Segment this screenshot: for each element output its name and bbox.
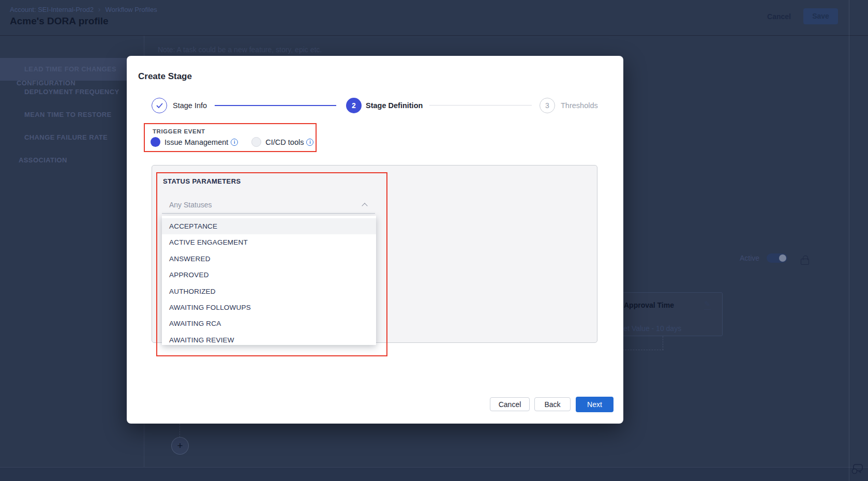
step-1-label: Stage Info xyxy=(173,101,207,110)
status-option[interactable]: ACCEPTANCE xyxy=(162,218,376,234)
modal-cancel-button[interactable]: Cancel xyxy=(490,397,530,411)
status-option[interactable]: AWAITING REVIEW xyxy=(162,332,376,345)
radio-option-label: Issue Management xyxy=(164,138,228,146)
radio-option-label: CI/CD tools xyxy=(265,138,304,146)
radio-option-issue-management[interactable]: Issue Management i xyxy=(151,137,238,147)
screen: Account: SEI-Internal-Prod2 › Workflow P… xyxy=(0,0,868,481)
check-icon xyxy=(156,103,163,109)
stepper-connector-complete xyxy=(215,105,336,106)
modal-title: Create Stage xyxy=(138,71,192,82)
chevron-up-icon xyxy=(362,203,367,208)
radio-unselected-icon[interactable] xyxy=(251,137,261,147)
stepper-connector-upcoming xyxy=(429,105,532,106)
modal-next-button[interactable]: Next xyxy=(576,397,613,412)
status-option[interactable]: AWAITING FOLLOWUPS xyxy=(162,299,376,315)
modal-back-button[interactable]: Back xyxy=(534,397,571,411)
status-parameters-label: STATUS PARAMETERS xyxy=(163,177,241,185)
step-3-thresholds[interactable]: 3 xyxy=(540,98,555,113)
step-1-stage-info[interactable] xyxy=(152,98,167,113)
statuses-dropdown-input[interactable]: Any Statuses xyxy=(162,197,375,214)
radio-selected-icon[interactable] xyxy=(151,137,160,147)
status-option[interactable]: AUTHORIZED xyxy=(162,283,376,299)
step-2-number: 2 xyxy=(352,101,356,110)
trigger-event-options: Issue Management i CI/CD tools i xyxy=(151,137,313,147)
info-icon[interactable]: i xyxy=(306,139,313,146)
status-option[interactable]: AWAITING RCA xyxy=(162,315,376,332)
status-option[interactable]: APPROVED xyxy=(162,267,376,283)
create-stage-modal: Create Stage Stage Info 2 Stage Definiti… xyxy=(127,56,623,424)
step-3-number: 3 xyxy=(545,101,549,110)
info-icon[interactable]: i xyxy=(231,139,238,146)
status-option[interactable]: ANSWERED xyxy=(162,251,376,267)
status-option[interactable]: ACTIVE ENGAGEMENT xyxy=(162,234,376,250)
statuses-dropdown-panel: ACCEPTANCEACTIVE ENGAGEMENTANSWEREDAPPRO… xyxy=(162,216,376,345)
step-2-label: Stage Definition xyxy=(366,101,423,110)
step-3-label: Thresholds xyxy=(561,101,598,110)
statuses-dropdown-value: Any Statuses xyxy=(169,201,212,209)
radio-option-cicd-tools[interactable]: CI/CD tools i xyxy=(251,137,313,147)
step-2-stage-definition[interactable]: 2 xyxy=(346,98,362,113)
trigger-event-label: TRIGGER EVENT xyxy=(153,128,205,134)
